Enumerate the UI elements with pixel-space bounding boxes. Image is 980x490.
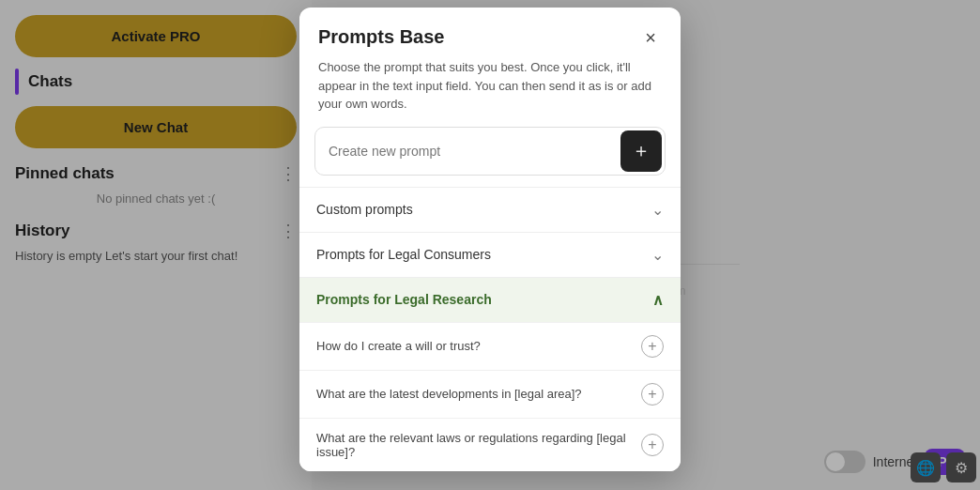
prompt-item-will-trust[interactable]: How do I create a will or trust? +	[299, 322, 681, 370]
accordion-custom-prompts: Custom prompts ⌄	[299, 187, 681, 232]
accordion-legal-research-header[interactable]: Prompts for Legal Research ∧	[299, 278, 681, 322]
prompt-item-latest-developments[interactable]: What are the latest developments in [leg…	[299, 370, 681, 418]
accordion-legal-research-label: Prompts for Legal Research	[316, 292, 492, 307]
modal-close-button[interactable]: ×	[639, 26, 662, 49]
modal-description: Choose the prompt that suits you best. O…	[299, 49, 681, 127]
chevron-down-icon: ⌄	[651, 201, 664, 219]
chevron-down-icon-2: ⌄	[651, 246, 664, 264]
prompt-text-3: What are the relevant laws or regulation…	[316, 431, 641, 459]
plus-icon: ＋	[632, 138, 651, 163]
modal-overlay: Prompts Base × Choose the prompt that su…	[0, 0, 980, 490]
accordion-custom-prompts-header[interactable]: Custom prompts ⌄	[299, 188, 681, 232]
modal-title: Prompts Base	[318, 26, 445, 48]
modal-accordion-list: Custom prompts ⌄ Prompts for Legal Consu…	[299, 187, 681, 471]
create-prompt-input[interactable]	[315, 132, 618, 170]
modal-header: Prompts Base ×	[299, 8, 681, 49]
accordion-legal-research: Prompts for Legal Research ∧ How do I cr…	[299, 277, 681, 471]
accordion-custom-prompts-label: Custom prompts	[316, 202, 413, 217]
prompts-base-modal: Prompts Base × Choose the prompt that su…	[299, 8, 681, 471]
accordion-legal-consumers-header[interactable]: Prompts for Legal Consumers ⌄	[299, 233, 681, 277]
accordion-legal-consumers-label: Prompts for Legal Consumers	[316, 247, 491, 262]
chevron-up-icon: ∧	[652, 291, 664, 309]
add-prompt-icon-2[interactable]: +	[641, 383, 664, 406]
add-prompt-button[interactable]: ＋	[620, 130, 662, 172]
accordion-legal-consumers: Prompts for Legal Consumers ⌄	[299, 232, 681, 277]
prompt-item-relevant-laws[interactable]: What are the relevant laws or regulation…	[299, 418, 681, 471]
prompt-text-2: What are the latest developments in [leg…	[316, 387, 582, 401]
modal-search-bar: ＋	[314, 127, 666, 176]
prompt-text: How do I create a will or trust?	[316, 339, 481, 353]
add-prompt-icon-3[interactable]: +	[641, 434, 664, 456]
add-prompt-icon-1[interactable]: +	[641, 335, 664, 358]
